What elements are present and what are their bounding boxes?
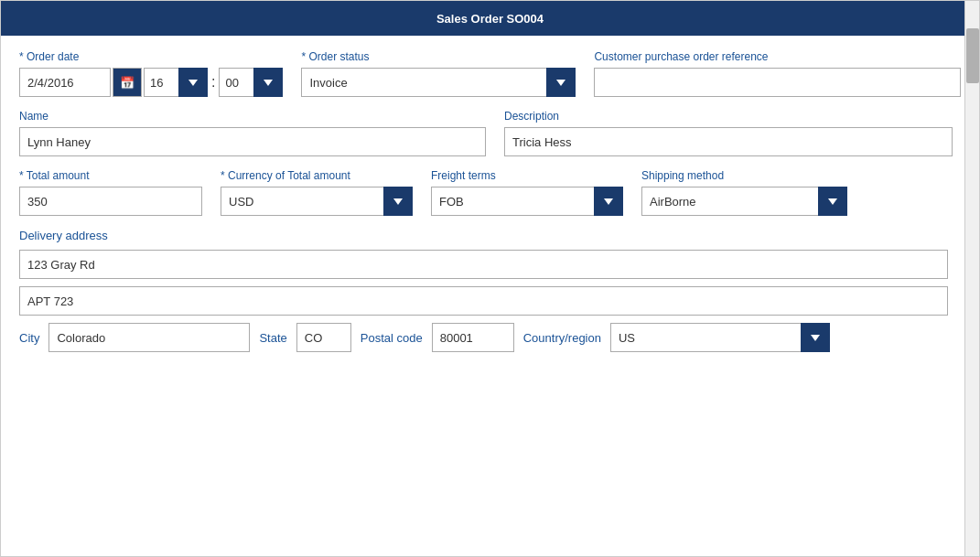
address2-row xyxy=(19,286,961,316)
customer-po-label: Customer purchase order reference xyxy=(594,50,961,63)
city-label: City xyxy=(19,331,39,345)
description-group: Description xyxy=(504,110,961,156)
order-status-select-wrapper: Invoice Draft Confirmed Cancelled xyxy=(301,68,576,97)
title-bar: Sales Order SO004 xyxy=(1,1,979,36)
hour-select-wrapper: 16 xyxy=(144,68,208,97)
state-label: State xyxy=(259,331,286,345)
country-select-wrapper: US UK CA AU xyxy=(610,323,830,352)
name-label: Name xyxy=(19,110,486,123)
minute-select[interactable]: 00 xyxy=(219,68,283,97)
address1-row xyxy=(19,250,961,279)
state-input[interactable] xyxy=(296,323,351,352)
freight-terms-group: Freight terms FOB CIF EXW DDP xyxy=(431,169,623,216)
order-status-label: Order status xyxy=(301,50,576,63)
date-time-wrapper: 📅 16 : 00 xyxy=(19,68,283,97)
calendar-icon: 📅 xyxy=(120,76,135,90)
hour-select[interactable]: 16 xyxy=(144,68,208,97)
scrollbar[interactable] xyxy=(964,1,979,556)
currency-select-wrapper: USD EUR GBP JPY xyxy=(221,187,413,216)
delivery-label: Delivery address xyxy=(19,229,961,242)
order-date-label: Order date xyxy=(19,50,283,63)
customer-po-group: Customer purchase order reference xyxy=(594,50,961,97)
freight-select[interactable]: FOB CIF EXW DDP xyxy=(431,187,623,216)
address2-input[interactable] xyxy=(19,286,948,316)
order-status-group: Order status Invoice Draft Confirmed Can… xyxy=(301,50,576,97)
total-amount-input[interactable] xyxy=(19,187,202,216)
description-label: Description xyxy=(504,110,961,123)
order-date-group: Order date 📅 16 : 00 xyxy=(19,50,283,97)
shipping-select[interactable]: AirBorne FedEx UPS DHL xyxy=(641,187,847,216)
row-financial: Total amount Currency of Total amount US… xyxy=(19,169,961,216)
order-status-select[interactable]: Invoice Draft Confirmed Cancelled xyxy=(301,68,576,97)
customer-po-input[interactable] xyxy=(594,68,961,97)
address1-input[interactable] xyxy=(19,250,948,279)
name-group: Name xyxy=(19,110,486,156)
currency-group: Currency of Total amount USD EUR GBP JPY xyxy=(221,169,413,216)
delivery-section: Delivery address City State Postal code … xyxy=(19,229,961,352)
row-order-info: Order date 📅 16 : 00 xyxy=(19,50,961,97)
scrollbar-thumb[interactable] xyxy=(966,28,979,83)
page-title: Sales Order SO004 xyxy=(436,12,544,26)
city-state-row: City State Postal code Country/region US… xyxy=(19,323,961,352)
row-name-description: Name Description xyxy=(19,110,961,156)
main-window: Sales Order SO004 Order date 📅 16 xyxy=(0,0,980,557)
currency-label: Currency of Total amount xyxy=(221,169,413,182)
total-amount-label: Total amount xyxy=(19,169,202,182)
shipping-method-label: Shipping method xyxy=(641,169,847,182)
name-input[interactable] xyxy=(19,127,486,156)
currency-select[interactable]: USD EUR GBP JPY xyxy=(221,187,413,216)
minute-select-wrapper: 00 xyxy=(219,68,283,97)
total-amount-group: Total amount xyxy=(19,169,202,216)
freight-terms-label: Freight terms xyxy=(431,169,623,182)
country-label: Country/region xyxy=(523,331,601,345)
postal-label: Postal code xyxy=(361,331,423,345)
shipping-method-group: Shipping method AirBorne FedEx UPS DHL xyxy=(641,169,847,216)
time-separator: : xyxy=(210,68,217,97)
description-input[interactable] xyxy=(504,127,953,156)
freight-select-wrapper: FOB CIF EXW DDP xyxy=(431,187,623,216)
city-input[interactable] xyxy=(48,323,250,352)
form-body: Order date 📅 16 : 00 xyxy=(1,36,979,367)
country-select[interactable]: US UK CA AU xyxy=(610,323,830,352)
postal-input[interactable] xyxy=(432,323,514,352)
shipping-select-wrapper: AirBorne FedEx UPS DHL xyxy=(641,187,847,216)
order-date-input[interactable] xyxy=(19,68,111,97)
calendar-button[interactable]: 📅 xyxy=(113,68,142,97)
